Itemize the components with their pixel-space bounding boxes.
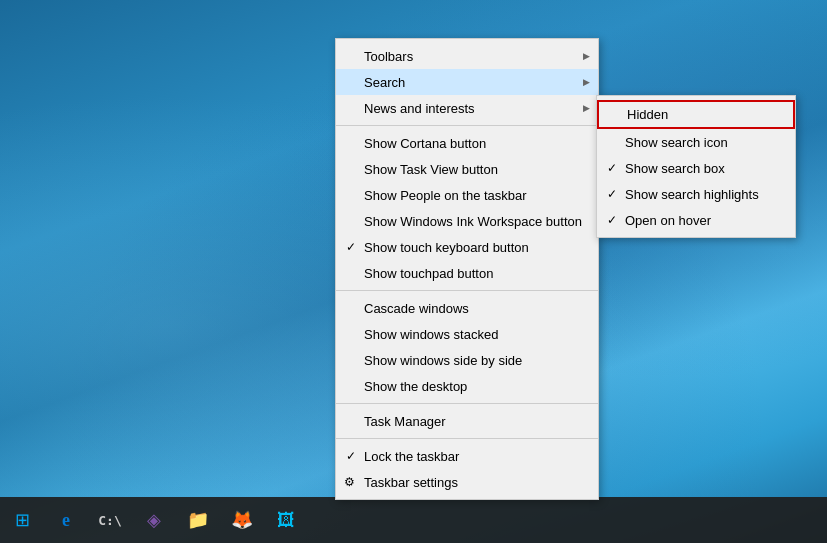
submenu-item-show-box[interactable]: Show search box xyxy=(597,155,795,181)
menu-item-desktop[interactable]: Show the desktop xyxy=(336,373,598,399)
menu-item-side[interactable]: Show windows side by side xyxy=(336,347,598,373)
menu-item-stacked-label: Show windows stacked xyxy=(364,327,498,342)
taskbar-photos-icon[interactable]: 🖼 xyxy=(266,500,306,540)
menu-item-keyboard[interactable]: Show touch keyboard button xyxy=(336,234,598,260)
separator-1 xyxy=(336,125,598,126)
menu-item-ink-label: Show Windows Ink Workspace button xyxy=(364,214,582,229)
gear-icon: ⚙ xyxy=(344,475,355,489)
menu-item-people-label: Show People on the taskbar xyxy=(364,188,527,203)
menu-item-keyboard-label: Show touch keyboard button xyxy=(364,240,529,255)
taskbar-folder-icon[interactable]: 📁 xyxy=(178,500,218,540)
search-submenu: Hidden Show search icon Show search box … xyxy=(596,95,796,238)
menu-item-taskmanager[interactable]: Task Manager xyxy=(336,408,598,434)
submenu-item-hover[interactable]: Open on hover xyxy=(597,207,795,233)
submenu-item-hidden[interactable]: Hidden xyxy=(597,100,795,129)
menu-item-stacked[interactable]: Show windows stacked xyxy=(336,321,598,347)
menu-item-cortana[interactable]: Show Cortana button xyxy=(336,130,598,156)
menu-item-toolbars[interactable]: Toolbars xyxy=(336,43,598,69)
menu-item-toolbars-label: Toolbars xyxy=(364,49,413,64)
menu-item-settings-label: Taskbar settings xyxy=(364,475,458,490)
menu-item-touchpad[interactable]: Show touchpad button xyxy=(336,260,598,286)
submenu-item-highlights[interactable]: Show search highlights xyxy=(597,181,795,207)
taskbar-firefox-icon[interactable]: 🦊 xyxy=(222,500,262,540)
menu-item-people[interactable]: Show People on the taskbar xyxy=(336,182,598,208)
submenu-item-hidden-label: Hidden xyxy=(627,107,668,122)
menu-item-news[interactable]: News and interests xyxy=(336,95,598,121)
menu-item-touchpad-label: Show touchpad button xyxy=(364,266,493,281)
submenu-item-hover-label: Open on hover xyxy=(625,213,711,228)
taskbar-cmd-icon[interactable]: C:\ xyxy=(90,500,130,540)
menu-item-search-label: Search xyxy=(364,75,405,90)
submenu-item-highlights-label: Show search highlights xyxy=(625,187,759,202)
taskbar-edge-icon[interactable]: e xyxy=(46,500,86,540)
taskbar-start-button[interactable]: ⊞ xyxy=(2,500,42,540)
separator-2 xyxy=(336,290,598,291)
menu-item-cascade[interactable]: Cascade windows xyxy=(336,295,598,321)
menu-item-cortana-label: Show Cortana button xyxy=(364,136,486,151)
menu-item-taskview-label: Show Task View button xyxy=(364,162,498,177)
submenu-item-show-box-label: Show search box xyxy=(625,161,725,176)
menu-item-taskview[interactable]: Show Task View button xyxy=(336,156,598,182)
separator-3 xyxy=(336,403,598,404)
separator-4 xyxy=(336,438,598,439)
menu-item-lock[interactable]: Lock the taskbar xyxy=(336,443,598,469)
submenu-item-show-icon-label: Show search icon xyxy=(625,135,728,150)
menu-item-news-label: News and interests xyxy=(364,101,475,116)
taskbar-vs-icon[interactable]: ◈ xyxy=(134,500,174,540)
menu-item-lock-label: Lock the taskbar xyxy=(364,449,459,464)
menu-item-side-label: Show windows side by side xyxy=(364,353,522,368)
menu-item-desktop-label: Show the desktop xyxy=(364,379,467,394)
menu-item-search[interactable]: Search Hidden Show search icon Show sear… xyxy=(336,69,598,95)
context-menu: Toolbars Search Hidden Show search icon … xyxy=(335,38,599,500)
taskbar: ⊞ e C:\ ◈ 📁 🦊 🖼 xyxy=(0,497,827,543)
submenu-item-show-icon[interactable]: Show search icon xyxy=(597,129,795,155)
menu-item-cascade-label: Cascade windows xyxy=(364,301,469,316)
menu-item-settings[interactable]: ⚙ Taskbar settings xyxy=(336,469,598,495)
menu-item-taskmanager-label: Task Manager xyxy=(364,414,446,429)
menu-item-ink[interactable]: Show Windows Ink Workspace button xyxy=(336,208,598,234)
